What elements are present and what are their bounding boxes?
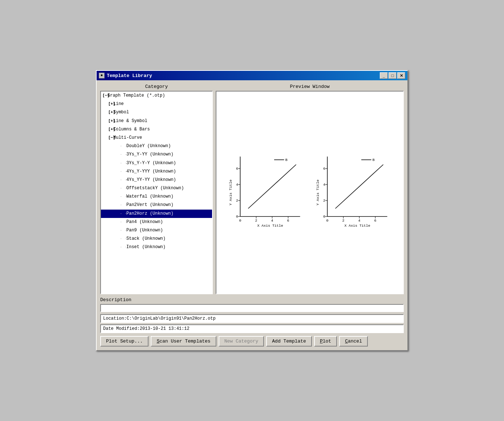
tree-item-label: Line [113, 101, 124, 106]
tree-item-label: OffsetstackY (Unknown) [126, 186, 184, 191]
title-bar: ■ Template Library _ □ ✕ [97, 71, 407, 80]
bottom-buttons: Plot Setup... Scan User Templates New Ca… [100, 336, 404, 347]
title-bar-buttons: _ □ ✕ [380, 72, 405, 79]
description-section: Description [100, 297, 404, 312]
tree-connector: · · · [120, 151, 126, 158]
tree-container[interactable]: [−]Graph Template (*.otp)[+]Line[+]Symbo… [100, 91, 213, 294]
tree-connector: · · · [120, 219, 126, 226]
tree-item-stack[interactable]: · · ·Stack (Unknown) [101, 235, 212, 243]
svg-text:4: 4 [271, 219, 273, 223]
chart-svg-2: 0 2 4 6 0 2 4 [313, 153, 393, 232]
tree-item-line[interactable]: [+]Line [101, 100, 212, 108]
tree-item-pan9[interactable]: · · ·Pan9 (Unknown) [101, 226, 212, 235]
svg-text:B: B [373, 158, 375, 162]
svg-text:B: B [285, 158, 288, 162]
tree-item-pan2horz[interactable]: · · ·Pan2Horz (Unknown) [101, 210, 212, 218]
location-row: Location:C:\OriginLab\Origin91\Pan2Horz.… [100, 314, 404, 323]
tree-item-label: 3Ys_Y-YY (Unknown) [126, 152, 174, 157]
svg-text:X Axis Title: X Axis Title [257, 224, 283, 228]
scan-user-templates-button[interactable]: Scan User Templates [151, 336, 216, 347]
category-header: Category [100, 84, 213, 89]
new-category-button[interactable]: New Category [219, 336, 264, 347]
window-body: Category [−]Graph Template (*.otp)[+]Lin… [97, 80, 407, 350]
tree-item-label: Pan9 (Unknown) [126, 228, 163, 233]
tree-item-label: Symbol [113, 110, 129, 115]
minimize-button[interactable]: _ [380, 72, 388, 79]
left-panel: Category [−]Graph Template (*.otp)[+]Lin… [100, 84, 213, 294]
main-layout: Category [−]Graph Template (*.otp)[+]Lin… [100, 84, 404, 294]
tree-item-3ys-y-y-y[interactable]: · · ·3Ys_Y-Y-Y (Unknown) [101, 159, 212, 167]
tree-connector: · · · [120, 177, 126, 183]
right-panel: Preview Window 0 2 [216, 84, 404, 294]
expand-icon[interactable]: [+] [108, 109, 113, 116]
expand-icon[interactable]: [+] [108, 118, 113, 125]
chart-2: 0 2 4 6 0 2 4 [313, 153, 393, 232]
window-icon: ■ [99, 73, 105, 78]
svg-text:2: 2 [342, 219, 345, 223]
tree-item-label: Graph Template (*.otp) [107, 93, 165, 98]
tree-item-inset[interactable]: · · ·Inset (Unknown) [101, 243, 212, 251]
svg-text:2: 2 [236, 199, 238, 203]
maximize-button[interactable]: □ [389, 72, 397, 79]
tree-item-4ys-yy-yy[interactable]: · · ·4Ys_YY-YY (Unknown) [101, 176, 212, 184]
close-button[interactable]: ✕ [397, 72, 405, 79]
tree-item-waterfal[interactable]: · · ·Waterfal (Unknown) [101, 193, 212, 201]
svg-text:Y Axis Title: Y Axis Title [229, 179, 233, 205]
plot-setup-button[interactable]: Plot Setup... [100, 336, 149, 347]
svg-text:0: 0 [239, 219, 241, 223]
tree-connector: · · · [120, 227, 126, 234]
tree-item-label: 4Ys_Y-YYY (Unknown) [126, 169, 176, 174]
tree-item-label: Multi-Curve [113, 135, 142, 140]
svg-text:6: 6 [287, 219, 289, 223]
date-modified-row: Date Modified:2013-10-21 13:41:12 [100, 324, 404, 333]
svg-text:2: 2 [323, 199, 325, 203]
svg-text:Y Axis Title: Y Axis Title [316, 179, 320, 205]
tree-item-columns-bars[interactable]: [+]Columns & Bars [101, 125, 212, 134]
cancel-button[interactable]: Cancel [339, 336, 368, 347]
description-label: Description [100, 297, 404, 303]
tree-connector: · · · [120, 160, 126, 167]
plot-button[interactable]: Plot [314, 336, 337, 347]
collapse-icon[interactable]: [−] [102, 93, 107, 99]
expand-icon[interactable]: [+] [108, 101, 113, 108]
tree-item-multi-curve[interactable]: [−]Multi-Curve [101, 134, 212, 142]
tree-item-label: Waterfal (Unknown) [126, 194, 174, 199]
tree-item-label: Pan2Horz (Unknown) [126, 211, 174, 216]
expand-icon[interactable]: [+] [108, 126, 113, 133]
tree-connector: · · · [120, 143, 126, 150]
chart-svg-1: 0 2 4 6 0 2 4 [226, 153, 306, 232]
tree-item-4ys-y-yyy[interactable]: · · ·4Ys_Y-YYY (Unknown) [101, 167, 212, 176]
tree-connector: · · · [120, 169, 126, 175]
tree-item-symbol[interactable]: [+]Symbol [101, 108, 212, 117]
title-bar-left: ■ Template Library [99, 73, 152, 78]
svg-text:6: 6 [236, 167, 238, 171]
svg-text:4: 4 [236, 183, 238, 187]
preview-container: 0 2 4 6 0 2 4 [216, 91, 404, 294]
preview-header: Preview Window [216, 84, 404, 89]
tree-item-pan4[interactable]: · · ·Pan4 (Unknown) [101, 218, 212, 226]
add-template-button[interactable]: Add Template [266, 336, 312, 347]
tree-connector: · · · [120, 185, 126, 192]
tree-item-line-symbol[interactable]: [+]Line & Symbol [101, 117, 212, 125]
tree-item-offsetstacky[interactable]: · · ·OffsetstackY (Unknown) [101, 184, 212, 193]
tree-connector: · · · [120, 194, 126, 200]
tree-item-doubley[interactable]: · · ·DoubleY (Unknown) [101, 142, 212, 150]
description-input[interactable] [100, 304, 404, 312]
svg-text:6: 6 [374, 219, 377, 223]
svg-text:0: 0 [236, 215, 238, 219]
tree-connector: · · · [120, 236, 126, 242]
svg-line-2 [248, 165, 296, 209]
svg-text:6: 6 [323, 167, 325, 171]
tree-item-pan2vert[interactable]: · · ·Pan2Vert (Unknown) [101, 201, 212, 209]
tree-item-label: Pan4 (Unknown) [126, 219, 163, 224]
tree-item-graph-template[interactable]: [−]Graph Template (*.otp) [101, 92, 212, 100]
tree-connector: · · · [120, 211, 126, 217]
svg-text:4: 4 [358, 219, 361, 223]
svg-text:4: 4 [323, 183, 325, 187]
svg-text:2: 2 [255, 219, 257, 223]
collapse-icon[interactable]: [−] [108, 135, 113, 141]
tree-item-3ys-y-yy[interactable]: · · ·3Ys_Y-YY (Unknown) [101, 150, 212, 159]
tree-item-label: 3Ys_Y-Y-Y (Unknown) [126, 161, 176, 166]
tree-connector: · · · [120, 202, 126, 209]
tree-item-label: Stack (Unknown) [126, 236, 166, 241]
